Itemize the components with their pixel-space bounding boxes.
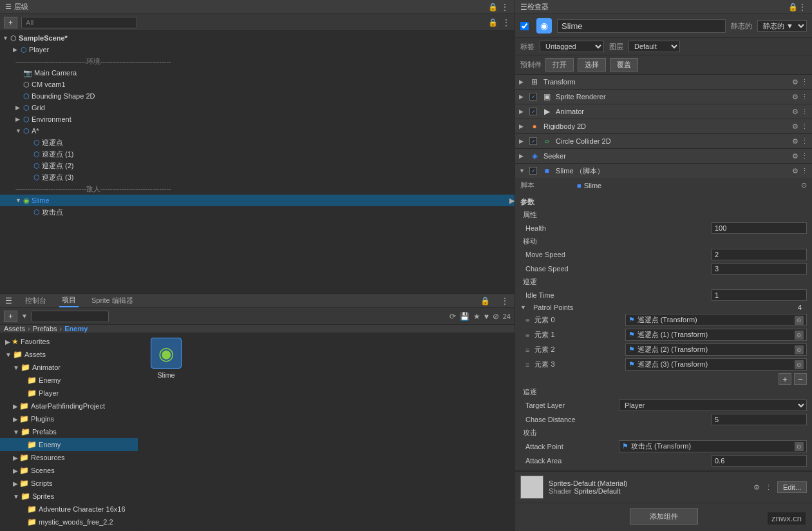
- patrol-ref-2-select[interactable]: ⊙: [795, 345, 804, 354]
- prefab-slime[interactable]: ◉ Slime: [144, 338, 189, 379]
- folder-astar[interactable]: ▶ 📁 AstarPathfindingProject: [0, 400, 138, 412]
- patrol-ref-0-select[interactable]: ⊙: [795, 316, 804, 325]
- bottom-lock-icon[interactable]: 🔒: [480, 296, 490, 305]
- tab-sprite-editor[interactable]: Sprite 编辑器: [89, 294, 136, 307]
- folder-sprites-adv[interactable]: ▶ 📁 Adventure Character 16x16: [0, 503, 138, 516]
- static-dropdown[interactable]: 静态的 ▼: [757, 20, 807, 32]
- folder-animator-player[interactable]: ▶ 📁 Player: [0, 387, 138, 400]
- bottom-more-icon[interactable]: ⋮: [500, 296, 509, 306]
- collider-checkbox[interactable]: [529, 137, 537, 145]
- layer-dropdown[interactable]: Default: [628, 41, 680, 52]
- slime-script-more[interactable]: ⋮: [801, 167, 808, 175]
- folder-scripts[interactable]: ▶ 📁 Scripts: [0, 477, 138, 490]
- breadcrumb-prefabs[interactable]: Prefabs: [33, 325, 57, 333]
- chase-distance-input[interactable]: [712, 414, 807, 425]
- material-settings-icon[interactable]: ⚙: [753, 483, 760, 492]
- folder-favorites[interactable]: ▶ ★ Favorites: [0, 335, 138, 348]
- inspector-more[interactable]: ⋮: [798, 2, 807, 12]
- tree-item-grid[interactable]: ▶ ⬡ Grid: [0, 102, 515, 113]
- patrol-ref-3-select[interactable]: ⊙: [795, 360, 804, 369]
- tree-item-maincamera[interactable]: 📷 Main Camera: [0, 67, 515, 79]
- tree-item-waypoint2[interactable]: ⬡ 巡逻点 (2): [0, 160, 515, 171]
- tree-item-bounding[interactable]: ⬡ Bounding Shape 2D: [0, 90, 515, 102]
- add-button[interactable]: +: [4, 17, 17, 28]
- tree-item-astar[interactable]: ▼ ⬡ A*: [0, 125, 515, 137]
- refresh-icon[interactable]: ⟳: [449, 312, 456, 321]
- folder-prefabs-enemy[interactable]: ▶ 📁 Enemy: [0, 438, 138, 451]
- tree-item-attackpoint[interactable]: ⬡ 攻击点: [0, 206, 515, 218]
- idle-time-input[interactable]: [712, 289, 807, 301]
- folder-prefabs[interactable]: ▼ 📁 Prefabs: [0, 425, 138, 438]
- sprite-renderer-more[interactable]: ⋮: [801, 93, 808, 101]
- prefab-override-button[interactable]: 覆盖: [610, 58, 638, 72]
- sprite-renderer-checkbox[interactable]: [529, 93, 537, 101]
- add-component-button[interactable]: 添加组件: [630, 508, 698, 525]
- tab-console[interactable]: 控制台: [23, 294, 49, 307]
- attack-area-input[interactable]: [712, 455, 807, 467]
- animator-more[interactable]: ⋮: [801, 108, 808, 116]
- project-search[interactable]: [32, 311, 109, 322]
- rigidbody-settings[interactable]: ⚙: [792, 122, 798, 131]
- health-input[interactable]: [712, 222, 807, 234]
- folder-scenes[interactable]: ▶ 📁 Scenes: [0, 464, 138, 477]
- chase-speed-input[interactable]: [712, 263, 807, 275]
- tree-item-waypoint0[interactable]: ⬡ 巡逻点: [0, 137, 515, 148]
- slime-script-settings[interactable]: ⚙: [792, 167, 798, 175]
- down-arrow-icon[interactable]: ▼: [21, 313, 28, 320]
- favorite-icon[interactable]: ♥: [484, 312, 489, 321]
- hierarchy-lock[interactable]: 🔒: [488, 18, 498, 27]
- tree-item-waypoint3[interactable]: ⬡ 巡逻点 (3): [0, 171, 515, 183]
- more-menu-icon[interactable]: ⋮: [500, 2, 509, 12]
- prefab-select-button[interactable]: 选择: [578, 58, 606, 72]
- prefab-open-button[interactable]: 打开: [545, 58, 574, 72]
- tree-item-slime[interactable]: ▼ ◉ Slime ▶: [0, 195, 515, 206]
- target-layer-dropdown[interactable]: Player: [619, 400, 807, 411]
- material-edit-button[interactable]: Edit...: [777, 481, 807, 493]
- folder-assets[interactable]: ▼ 📁 Assets: [0, 348, 138, 361]
- rigidbody-more[interactable]: ⋮: [801, 122, 808, 131]
- active-checkbox[interactable]: [520, 22, 529, 30]
- tree-item-cmvcam1[interactable]: ⬡ CM vcam1: [0, 79, 515, 90]
- patrol-remove-button[interactable]: −: [794, 373, 807, 385]
- object-name-input[interactable]: [557, 19, 726, 33]
- folder-sprites-mystic[interactable]: ▶ 📁 mystic_woods_free_2.2: [0, 516, 138, 528]
- lock-icon[interactable]: 🔒: [488, 3, 498, 12]
- add-button[interactable]: +: [4, 311, 17, 322]
- material-more-icon[interactable]: ⋮: [765, 483, 772, 492]
- collider-more[interactable]: ⋮: [801, 137, 808, 146]
- patrol-add-button[interactable]: +: [779, 373, 791, 385]
- folder-plugins[interactable]: ▶ 📁 Plugins: [0, 412, 138, 425]
- folder-sprites[interactable]: ▼ 📁 Sprites: [0, 490, 138, 503]
- tree-item-samplescene[interactable]: ▼ ⬡ SampleScene*: [0, 32, 515, 44]
- animator-settings[interactable]: ⚙: [792, 108, 798, 116]
- seeker-more[interactable]: ⋮: [801, 152, 808, 160]
- folder-animator[interactable]: ▼ 📁 Animator: [0, 361, 138, 374]
- folder-animator-enemy[interactable]: ▶ 📁 Enemy: [0, 374, 138, 387]
- patrol-ref-1-select[interactable]: ⊙: [795, 331, 804, 340]
- tree-item-player[interactable]: ▶ ⬡ Player: [0, 44, 515, 55]
- breadcrumb-enemy[interactable]: Enemy: [64, 325, 88, 333]
- inspector-lock[interactable]: 🔒: [788, 3, 798, 12]
- script-goto-btn[interactable]: ⊙: [801, 181, 807, 189]
- sprite-renderer-settings[interactable]: ⚙: [792, 93, 798, 101]
- transform-settings[interactable]: ⚙: [792, 78, 798, 86]
- star-icon[interactable]: ★: [473, 312, 480, 321]
- breadcrumb-assets[interactable]: Assets: [4, 325, 25, 333]
- tree-item-environment[interactable]: ▶ ⬡ Environment: [0, 113, 515, 125]
- animator-checkbox[interactable]: [529, 108, 537, 115]
- slime-script-checkbox[interactable]: [529, 167, 537, 175]
- move-speed-input[interactable]: [712, 249, 807, 260]
- folder-resources[interactable]: ▶ 📁 Resources: [0, 451, 138, 464]
- seeker-settings[interactable]: ⚙: [792, 152, 798, 160]
- waypoint2-label: 巡逻点 (2): [42, 161, 74, 171]
- hierarchy-more[interactable]: ⋮: [502, 17, 511, 28]
- tag-dropdown[interactable]: Untagged: [540, 41, 604, 52]
- tab-project[interactable]: 项目: [59, 294, 79, 307]
- collider-settings[interactable]: ⚙: [792, 137, 798, 146]
- save-icon[interactable]: 💾: [460, 312, 469, 321]
- transform-more[interactable]: ⋮: [801, 78, 808, 86]
- tree-item-waypoint1[interactable]: ⬡ 巡逻点 (1): [0, 148, 515, 160]
- attack-point-select-btn[interactable]: ⊙: [795, 442, 804, 451]
- filter-icon[interactable]: ⊘: [493, 312, 499, 321]
- search-input[interactable]: [21, 17, 137, 28]
